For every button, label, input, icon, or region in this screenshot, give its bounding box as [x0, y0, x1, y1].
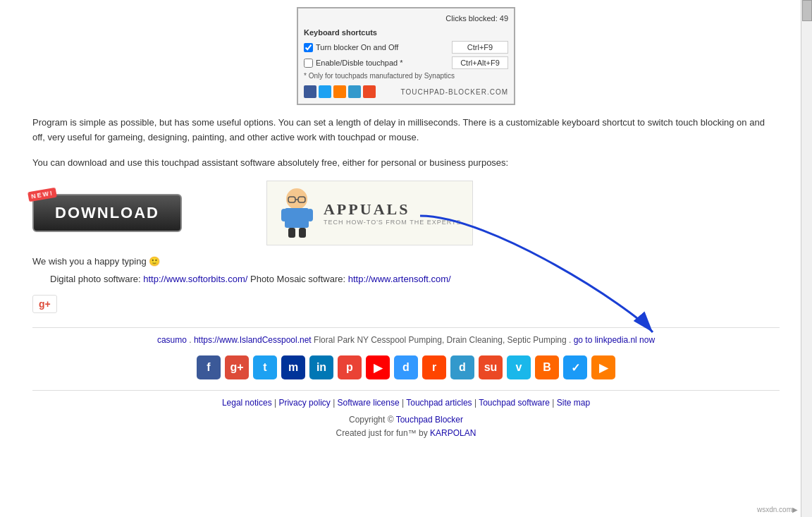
copyright-text: Copyright © Touchpad Blocker [32, 415, 780, 425]
picasa-social-icon[interactable]: p [338, 355, 362, 379]
svg-point-1 [286, 188, 307, 209]
svg-rect-5 [288, 228, 295, 238]
shortcut1-label: Turn blocker On and Off [316, 43, 452, 51]
digital-photo-label: Digital photo software: [50, 274, 141, 284]
touchpad-blocker-link[interactable]: Touchpad Blocker [396, 415, 463, 425]
software-links: Digital photo software: http://www.softo… [50, 274, 780, 284]
appuals-character [278, 188, 316, 238]
rss-social-icon[interactable]: ▶ [591, 355, 615, 379]
keyboard-shortcuts-title: Keyboard shortcuts [304, 28, 508, 37]
description-para1: Program is simple as possible, but has s… [32, 116, 780, 145]
app-social-icons [304, 85, 376, 98]
stumbleupon-social-icon[interactable]: su [479, 355, 503, 379]
casumo-link[interactable]: casumo [157, 335, 187, 345]
linkedin-social-icon[interactable]: in [309, 355, 333, 379]
shortcut-row-1: Turn blocker On and Off Ctrl+F9 [304, 41, 508, 54]
gplus-icon: g+ [39, 298, 51, 310]
dot-separator-1: . [189, 335, 194, 345]
watermark: wsxdn.com▶ [757, 506, 798, 513]
download-button[interactable]: NEW! DOWNLOAD [32, 194, 182, 232]
footer-nav-separator-4: | [550, 398, 557, 408]
app-stumble-icon[interactable] [363, 85, 376, 98]
description-para2: You can download and use this touchpad a… [32, 156, 780, 171]
created-prefix: Created just for fun™ by [336, 428, 430, 438]
google-plus-section: g+ [32, 295, 780, 313]
new-badge: NEW! [27, 188, 57, 202]
delicious2-social-icon[interactable]: d [394, 355, 418, 379]
karpolan-link[interactable]: KARPOLAN [430, 428, 476, 438]
gplus-button[interactable]: g+ [32, 295, 57, 313]
svg-rect-6 [299, 228, 306, 238]
tasklist-social-icon[interactable]: ✓ [563, 355, 587, 379]
app-rss-icon[interactable] [333, 85, 346, 98]
appuals-logo: APPUALS TECH HOW-TO'S FROM THE EXPERTS [266, 181, 473, 245]
copyright-prefix: Copyright © [349, 415, 396, 425]
footer-nav-touchpad-software[interactable]: Touchpad software [479, 398, 550, 408]
island-cesspool-link[interactable]: https://www.IslandCesspool.net [194, 335, 312, 345]
app-delicious-icon[interactable] [348, 85, 361, 98]
myspace-social-icon[interactable]: m [281, 355, 305, 379]
footer-nav: Legal notices | Privacy policy | Softwar… [32, 398, 780, 408]
photo-mosaic-label: Photo Mosaic software: [250, 274, 348, 284]
separator-line-2 [32, 390, 780, 391]
shortcut2-key: Ctrl+Alt+F9 [452, 56, 508, 69]
softorbits-link[interactable]: http://www.softorbits.com/ [143, 274, 247, 284]
linkpedia-link[interactable]: go to linkpedia.nl now [574, 335, 655, 345]
app-logo-text: TOUCHPAD-BLOCKER.COM [401, 88, 508, 96]
sponsored-links: casumo . https://www.IslandCesspool.net … [32, 335, 780, 345]
footer-nav-site-map[interactable]: Site map [557, 398, 590, 408]
svg-rect-4 [307, 209, 313, 221]
footer-nav-separator-2: | [400, 398, 407, 408]
footer-nav-separator-1: | [331, 398, 338, 408]
appuals-title: APPUALS [324, 200, 462, 219]
main-content: Clicks blocked: 49 Keyboard shortcuts Tu… [32, 7, 780, 438]
shortcut2-checkbox[interactable] [304, 59, 313, 68]
footer-nav-separator-0: | [272, 398, 279, 408]
shortcut2-label: Enable/Disble touchpad * [316, 59, 452, 67]
created-by-text: Created just for fun™ by KARPOLAN [32, 428, 780, 438]
google-plus-social-icon[interactable]: g+ [225, 355, 249, 379]
appuals-subtitle: TECH HOW-TO'S FROM THE EXPERTS [324, 219, 462, 226]
vimeo-social-icon[interactable]: v [507, 355, 531, 379]
svg-rect-2 [285, 208, 309, 228]
social-icons-bar: fg+tminp▶drdsuvB✓▶ [32, 355, 780, 379]
synaptics-note: * Only for touchpads manufactured by Syn… [304, 72, 508, 80]
footer-nav-legal-notices[interactable]: Legal notices [222, 398, 272, 408]
footer-nav-touchpad-articles[interactable]: Touchpad articles [406, 398, 472, 408]
cesspool-text: Floral Park NY Cesspool Pumping, Drain C… [314, 335, 574, 345]
facebook-social-icon[interactable]: f [197, 355, 221, 379]
shortcut1-key: Ctrl+F9 [452, 41, 508, 54]
appuals-text: APPUALS TECH HOW-TO'S FROM THE EXPERTS [324, 200, 462, 226]
artensoft-link[interactable]: http://www.artensoft.com/ [348, 274, 451, 284]
shortcut1-checkbox[interactable] [304, 43, 313, 52]
app-screenshot: Clicks blocked: 49 Keyboard shortcuts Tu… [297, 7, 515, 105]
app-footer: TOUCHPAD-BLOCKER.COM [304, 85, 508, 98]
footer-nav-software-license[interactable]: Software license [338, 398, 400, 408]
happy-typing-text: We wish you a happy typing 🙂 [32, 256, 780, 267]
svg-rect-3 [281, 209, 287, 221]
delicious-social-icon[interactable]: d [450, 355, 474, 379]
footer-nav-separator-3: | [472, 398, 479, 408]
reddit-social-icon[interactable]: r [422, 355, 446, 379]
download-section: NEW! DOWNLOAD [32, 181, 780, 245]
download-label: DOWNLOAD [55, 204, 159, 221]
twitter-social-icon[interactable]: t [253, 355, 277, 379]
shortcut-row-2: Enable/Disble touchpad * Ctrl+Alt+F9 [304, 56, 508, 69]
clicks-blocked-text: Clicks blocked: 49 [304, 14, 508, 23]
app-facebook-icon[interactable] [304, 85, 316, 98]
separator-line [32, 327, 780, 328]
footer-nav-privacy-policy[interactable]: Privacy policy [278, 398, 330, 408]
app-twitter-icon[interactable] [319, 85, 331, 98]
youtube-social-icon[interactable]: ▶ [366, 355, 390, 379]
blogger-social-icon[interactable]: B [535, 355, 559, 379]
